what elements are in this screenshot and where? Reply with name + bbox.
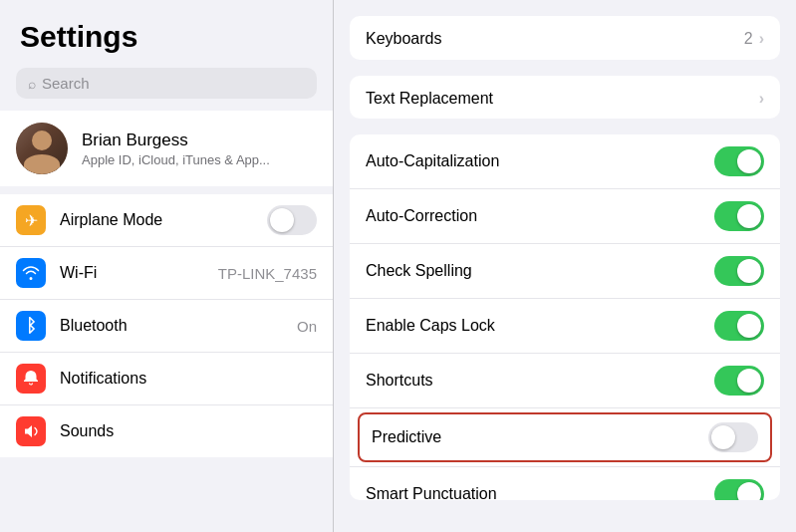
predictive-label: Predictive: [372, 428, 708, 446]
wifi-icon: [16, 258, 46, 288]
user-info: Brian Burgess Apple ID, iCloud, iTunes &…: [82, 131, 270, 167]
keyboards-group: Keyboards 2 ›: [350, 16, 780, 60]
sounds-icon: [16, 416, 46, 446]
sidebar-item-wifi[interactable]: Wi-Fi TP-LINK_7435: [0, 247, 333, 300]
settings-row-predictive[interactable]: Predictive: [350, 408, 780, 467]
predictive-toggle[interactable]: [708, 422, 758, 452]
settings-title: Settings: [0, 0, 333, 64]
keyboards-chevron: ›: [759, 30, 764, 48]
settings-row-keyboards[interactable]: Keyboards 2 ›: [350, 16, 780, 60]
settings-row-shortcuts[interactable]: Shortcuts: [350, 354, 780, 408]
shortcuts-toggle[interactable]: [714, 366, 764, 396]
settings-row-enable-caps-lock[interactable]: Enable Caps Lock: [350, 299, 780, 354]
notifications-icon: [16, 364, 46, 394]
avatar: [16, 123, 68, 174]
keyboards-value: 2: [744, 30, 753, 48]
sidebar-item-notifications[interactable]: Notifications: [0, 353, 333, 405]
settings-row-auto-capitalization[interactable]: Auto-Capitalization: [350, 134, 780, 189]
settings-row-auto-correction[interactable]: Auto-Correction: [350, 189, 780, 244]
user-profile[interactable]: Brian Burgess Apple ID, iCloud, iTunes &…: [0, 111, 333, 186]
search-bar[interactable]: ⌕ Search: [16, 68, 317, 99]
airplane-mode-toggle[interactable]: [267, 205, 317, 235]
user-subtitle: Apple ID, iCloud, iTunes & App...: [82, 152, 270, 167]
text-replacement-group: Text Replacement ›: [350, 76, 780, 120]
check-spelling-label: Check Spelling: [366, 262, 714, 280]
wifi-value: TP-LINK_7435: [218, 265, 317, 282]
user-name: Brian Burgess: [82, 131, 270, 150]
smart-punctuation-label: Smart Punctuation: [366, 485, 714, 500]
auto-correction-label: Auto-Correction: [366, 207, 714, 225]
auto-capitalization-label: Auto-Capitalization: [366, 152, 714, 170]
sounds-label: Sounds: [60, 422, 317, 440]
settings-row-smart-punctuation[interactable]: Smart Punctuation: [350, 467, 780, 500]
airplane-mode-label: Airplane Mode: [60, 211, 253, 229]
text-replacement-chevron: ›: [759, 90, 764, 108]
settings-row-text-replacement[interactable]: Text Replacement ›: [350, 76, 780, 120]
search-icon: ⌕: [28, 76, 36, 92]
wifi-label: Wi-Fi: [60, 264, 204, 282]
text-replacement-label: Text Replacement: [366, 90, 759, 108]
auto-correction-toggle[interactable]: [714, 201, 764, 231]
shortcuts-label: Shortcuts: [366, 372, 714, 390]
sidebar-item-sounds[interactable]: Sounds: [0, 405, 333, 457]
main-panel: Keyboards 2 › Text Replacement › Auto-Ca…: [334, 0, 796, 532]
notifications-label: Notifications: [60, 370, 317, 388]
keyboards-label: Keyboards: [366, 30, 744, 48]
bluetooth-label: Bluetooth: [60, 317, 283, 335]
enable-caps-lock-toggle[interactable]: [714, 311, 764, 341]
sidebar-item-airplane-mode[interactable]: ✈ Airplane Mode: [0, 194, 333, 247]
bluetooth-value: On: [297, 318, 317, 335]
bluetooth-icon: ᛒ: [16, 311, 46, 341]
sidebar-item-bluetooth[interactable]: ᛒ Bluetooth On: [0, 300, 333, 353]
search-placeholder: Search: [42, 75, 90, 92]
check-spelling-toggle[interactable]: [714, 256, 764, 286]
smart-punctuation-toggle[interactable]: [714, 479, 764, 500]
auto-capitalization-toggle[interactable]: [714, 146, 764, 176]
sidebar-settings-section: ✈ Airplane Mode Wi-Fi TP-LINK_7435 ᛒ Blu…: [0, 194, 333, 457]
toggles-group: Auto-Capitalization Auto-Correction Chec…: [350, 134, 780, 500]
sidebar: Settings ⌕ Search Brian Burgess Apple ID…: [0, 0, 334, 532]
enable-caps-lock-label: Enable Caps Lock: [366, 317, 714, 335]
settings-row-check-spelling[interactable]: Check Spelling: [350, 244, 780, 299]
airplane-mode-icon: ✈: [16, 205, 46, 235]
